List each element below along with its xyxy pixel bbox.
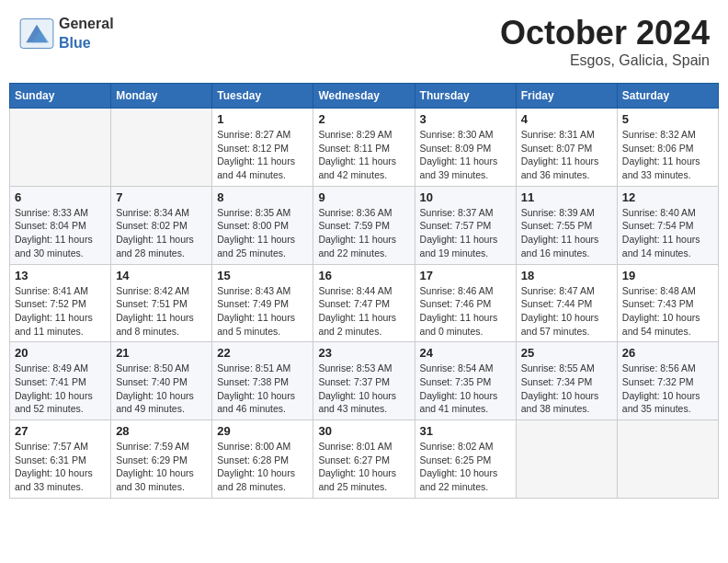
calendar-day-cell — [111, 109, 212, 187]
day-info: Sunrise: 7:59 AMSunset: 6:29 PMDaylight:… — [116, 440, 207, 494]
calendar-day-header: Wednesday — [313, 84, 415, 109]
day-info: Sunrise: 8:30 AMSunset: 8:09 PMDaylight:… — [420, 128, 511, 182]
logo-blue-text: Blue — [59, 35, 91, 51]
calendar-day-cell — [617, 420, 718, 499]
calendar-week-row: 1Sunrise: 8:27 AMSunset: 8:12 PMDaylight… — [10, 109, 719, 187]
logo: General Blue — [18, 14, 114, 52]
day-number: 22 — [217, 346, 308, 360]
calendar-week-row: 6Sunrise: 8:33 AMSunset: 8:04 PMDaylight… — [10, 186, 719, 264]
day-number: 31 — [420, 424, 511, 438]
calendar-day-cell: 26Sunrise: 8:56 AMSunset: 7:32 PMDayligh… — [617, 342, 718, 420]
day-number: 18 — [521, 269, 612, 282]
calendar-day-header: Monday — [111, 84, 212, 109]
day-info: Sunrise: 8:40 AMSunset: 7:54 PMDaylight:… — [622, 206, 713, 260]
calendar-day-cell: 18Sunrise: 8:47 AMSunset: 7:44 PMDayligh… — [516, 264, 617, 342]
calendar-day-cell: 30Sunrise: 8:01 AMSunset: 6:27 PMDayligh… — [313, 420, 415, 499]
day-number: 15 — [217, 269, 308, 282]
day-number: 21 — [116, 346, 207, 360]
day-info: Sunrise: 8:56 AMSunset: 7:32 PMDaylight:… — [622, 362, 713, 416]
day-info: Sunrise: 8:44 AMSunset: 7:47 PMDaylight:… — [318, 284, 409, 339]
day-number: 19 — [622, 269, 713, 282]
calendar-day-cell: 16Sunrise: 8:44 AMSunset: 7:47 PMDayligh… — [313, 264, 415, 342]
day-number: 12 — [622, 190, 713, 204]
calendar-day-cell: 12Sunrise: 8:40 AMSunset: 7:54 PMDayligh… — [617, 186, 718, 264]
day-number: 5 — [622, 112, 713, 126]
day-info: Sunrise: 8:34 AMSunset: 8:02 PMDaylight:… — [116, 206, 207, 260]
calendar-day-cell: 13Sunrise: 8:41 AMSunset: 7:52 PMDayligh… — [10, 264, 111, 342]
day-info: Sunrise: 8:02 AMSunset: 6:25 PMDaylight:… — [420, 440, 511, 494]
day-info: Sunrise: 8:01 AMSunset: 6:27 PMDaylight:… — [318, 440, 409, 494]
day-number: 7 — [116, 190, 207, 204]
calendar-day-header: Sunday — [10, 84, 111, 109]
day-info: Sunrise: 8:33 AMSunset: 8:04 PMDaylight:… — [15, 206, 106, 260]
calendar-day-cell: 27Sunrise: 7:57 AMSunset: 6:31 PMDayligh… — [10, 420, 111, 499]
day-info: Sunrise: 8:55 AMSunset: 7:34 PMDaylight:… — [521, 362, 612, 416]
page-header: General Blue October 2024 Esgos, Galicia… — [9, 9, 719, 74]
day-info: Sunrise: 8:47 AMSunset: 7:44 PMDaylight:… — [521, 284, 612, 339]
day-info: Sunrise: 8:54 AMSunset: 7:35 PMDaylight:… — [420, 362, 511, 416]
calendar-day-cell: 6Sunrise: 8:33 AMSunset: 8:04 PMDaylight… — [10, 186, 111, 264]
calendar-week-row: 13Sunrise: 8:41 AMSunset: 7:52 PMDayligh… — [10, 264, 719, 342]
logo-icon — [18, 17, 55, 50]
calendar-table: SundayMondayTuesdayWednesdayThursdayFrid… — [9, 83, 719, 499]
day-number: 29 — [217, 424, 308, 438]
calendar-day-cell: 22Sunrise: 8:51 AMSunset: 7:38 PMDayligh… — [212, 342, 313, 420]
day-number: 8 — [217, 190, 308, 204]
calendar-day-header: Saturday — [617, 84, 718, 109]
calendar-day-cell: 5Sunrise: 8:32 AMSunset: 8:06 PMDaylight… — [617, 109, 718, 187]
calendar-day-cell: 3Sunrise: 8:30 AMSunset: 8:09 PMDaylight… — [415, 109, 516, 187]
day-info: Sunrise: 8:39 AMSunset: 7:55 PMDaylight:… — [521, 206, 612, 260]
day-info: Sunrise: 8:32 AMSunset: 8:06 PMDaylight:… — [622, 128, 713, 182]
day-info: Sunrise: 8:46 AMSunset: 7:46 PMDaylight:… — [420, 284, 511, 339]
day-info: Sunrise: 8:48 AMSunset: 7:43 PMDaylight:… — [622, 284, 713, 339]
calendar-week-row: 20Sunrise: 8:49 AMSunset: 7:41 PMDayligh… — [10, 342, 719, 420]
day-info: Sunrise: 7:57 AMSunset: 6:31 PMDaylight:… — [15, 440, 106, 494]
title-block: October 2024 Esgos, Galicia, Spain — [500, 14, 710, 69]
calendar-day-cell: 4Sunrise: 8:31 AMSunset: 8:07 PMDaylight… — [516, 109, 617, 187]
day-info: Sunrise: 8:37 AMSunset: 7:57 PMDaylight:… — [420, 206, 511, 260]
day-info: Sunrise: 8:35 AMSunset: 8:00 PMDaylight:… — [217, 206, 308, 260]
calendar-week-row: 27Sunrise: 7:57 AMSunset: 6:31 PMDayligh… — [10, 420, 719, 499]
day-number: 9 — [318, 190, 409, 204]
calendar-day-header: Friday — [516, 84, 617, 109]
calendar-day-cell: 7Sunrise: 8:34 AMSunset: 8:02 PMDaylight… — [111, 186, 212, 264]
calendar-day-cell: 1Sunrise: 8:27 AMSunset: 8:12 PMDaylight… — [212, 109, 313, 187]
calendar-day-cell: 21Sunrise: 8:50 AMSunset: 7:40 PMDayligh… — [111, 342, 212, 420]
day-number: 4 — [521, 112, 612, 126]
day-info: Sunrise: 8:50 AMSunset: 7:40 PMDaylight:… — [116, 362, 207, 416]
day-number: 10 — [420, 190, 511, 204]
page-subtitle: Esgos, Galicia, Spain — [500, 52, 710, 69]
day-info: Sunrise: 8:51 AMSunset: 7:38 PMDaylight:… — [217, 362, 308, 416]
calendar-day-cell — [516, 420, 617, 499]
day-number: 26 — [622, 346, 713, 360]
day-number: 13 — [15, 269, 106, 282]
day-info: Sunrise: 8:36 AMSunset: 7:59 PMDaylight:… — [318, 206, 409, 260]
day-number: 2 — [318, 112, 409, 126]
calendar-day-cell: 2Sunrise: 8:29 AMSunset: 8:11 PMDaylight… — [313, 109, 415, 187]
day-number: 1 — [217, 112, 308, 126]
calendar-header-row: SundayMondayTuesdayWednesdayThursdayFrid… — [10, 84, 719, 109]
day-number: 3 — [420, 112, 511, 126]
calendar-day-cell: 23Sunrise: 8:53 AMSunset: 7:37 PMDayligh… — [313, 342, 415, 420]
day-number: 23 — [318, 346, 409, 360]
calendar-day-cell: 14Sunrise: 8:42 AMSunset: 7:51 PMDayligh… — [111, 264, 212, 342]
logo-general-text: General — [59, 16, 114, 31]
calendar-day-cell: 17Sunrise: 8:46 AMSunset: 7:46 PMDayligh… — [415, 264, 516, 342]
day-info: Sunrise: 8:49 AMSunset: 7:41 PMDaylight:… — [15, 362, 106, 416]
calendar-day-cell: 11Sunrise: 8:39 AMSunset: 7:55 PMDayligh… — [516, 186, 617, 264]
day-number: 16 — [318, 269, 409, 282]
calendar-day-cell: 24Sunrise: 8:54 AMSunset: 7:35 PMDayligh… — [415, 342, 516, 420]
day-info: Sunrise: 8:00 AMSunset: 6:28 PMDaylight:… — [217, 440, 308, 494]
day-number: 11 — [521, 190, 612, 204]
calendar-day-cell: 31Sunrise: 8:02 AMSunset: 6:25 PMDayligh… — [415, 420, 516, 499]
day-info: Sunrise: 8:43 AMSunset: 7:49 PMDaylight:… — [217, 284, 308, 339]
day-number: 17 — [420, 269, 511, 282]
day-number: 28 — [116, 424, 207, 438]
day-info: Sunrise: 8:41 AMSunset: 7:52 PMDaylight:… — [15, 284, 106, 339]
day-number: 6 — [15, 190, 106, 204]
calendar-day-cell — [10, 109, 111, 187]
calendar-day-cell: 10Sunrise: 8:37 AMSunset: 7:57 PMDayligh… — [415, 186, 516, 264]
calendar-day-header: Thursday — [415, 84, 516, 109]
calendar-day-cell: 29Sunrise: 8:00 AMSunset: 6:28 PMDayligh… — [212, 420, 313, 499]
day-info: Sunrise: 8:31 AMSunset: 8:07 PMDaylight:… — [521, 128, 612, 182]
